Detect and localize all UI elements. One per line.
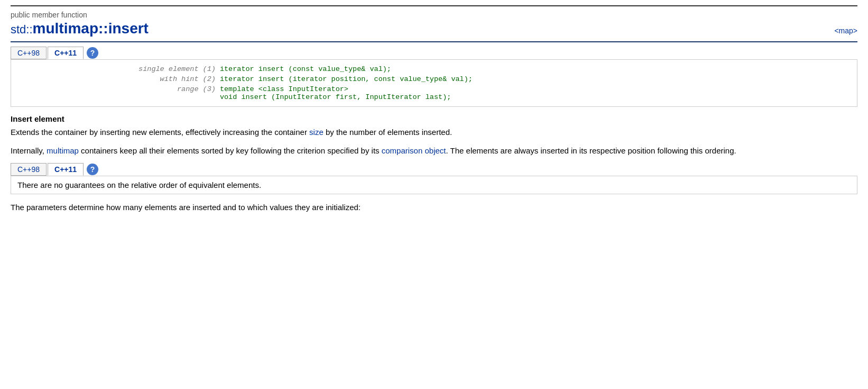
para1-text: Extends the container by inserting new e…	[11, 128, 309, 137]
code-sig-2: iterator insert (iterator position, cons…	[218, 74, 851, 84]
para2-end: . The elements are always inserted in it…	[446, 146, 736, 155]
code-box-first: single element (1) iterator insert (cons…	[11, 59, 857, 107]
para1-end: by the number of elements inserted.	[324, 128, 452, 137]
code-label-3: range (3)	[17, 84, 218, 102]
function-title: std::multimap::insert	[11, 20, 149, 37]
function-name: multimap::insert	[33, 20, 149, 37]
size-link[interactable]: size	[309, 128, 324, 137]
code-row-1: single element (1) iterator insert (cons…	[17, 64, 851, 74]
para2-mid: containers keep all their elements sorte…	[79, 146, 382, 155]
code-sig-1: iterator insert (const value_type& val);	[218, 64, 851, 74]
code-line2: void insert (InputIterator first, InputI…	[220, 93, 451, 101]
tab-cpp11-second[interactable]: C++11	[48, 163, 84, 176]
help-icon-second[interactable]: ?	[87, 164, 98, 175]
code-sig-3: template <class InputIterator> void inse…	[218, 84, 851, 102]
std-prefix: std::	[11, 23, 33, 36]
first-tab-bar: C++98 C++11 ?	[11, 47, 857, 59]
title-underline	[11, 41, 857, 42]
code-row-2: with hint (2) iterator insert (iterator …	[17, 74, 851, 84]
section-heading: Insert element	[11, 114, 857, 123]
code-row-3: range (3) template <class InputIterator>…	[17, 84, 851, 102]
guarantee-box: There are no guarantees on the relative …	[11, 176, 857, 194]
para3: The parameters determine how many elemen…	[11, 202, 857, 214]
para2: Internally, multimap containers keep all…	[11, 145, 857, 157]
comparison-object-link[interactable]: comparison object	[382, 146, 446, 155]
tab-cpp98-second[interactable]: C++98	[11, 163, 47, 176]
code-line1: template <class InputIterator>	[220, 85, 348, 93]
para1: Extends the container by inserting new e…	[11, 126, 857, 139]
guarantee-text: There are no guarantees on the relative …	[17, 180, 261, 189]
top-border	[11, 5, 857, 6]
member-type-label: public member function	[11, 11, 857, 19]
para2-start: Internally,	[11, 146, 47, 155]
code-label-1: single element (1)	[17, 64, 218, 74]
second-tab-bar: C++98 C++11 ?	[11, 163, 857, 176]
function-title-row: std::multimap::insert <map>	[11, 20, 857, 37]
tab-cpp11-first[interactable]: C++11	[48, 47, 84, 59]
multimap-link[interactable]: multimap	[47, 146, 79, 155]
map-link[interactable]: <map>	[834, 26, 857, 35]
tab-cpp98-first[interactable]: C++98	[11, 47, 47, 59]
code-table: single element (1) iterator insert (cons…	[17, 64, 851, 102]
help-icon-first[interactable]: ?	[87, 47, 98, 59]
code-label-2: with hint (2)	[17, 74, 218, 84]
